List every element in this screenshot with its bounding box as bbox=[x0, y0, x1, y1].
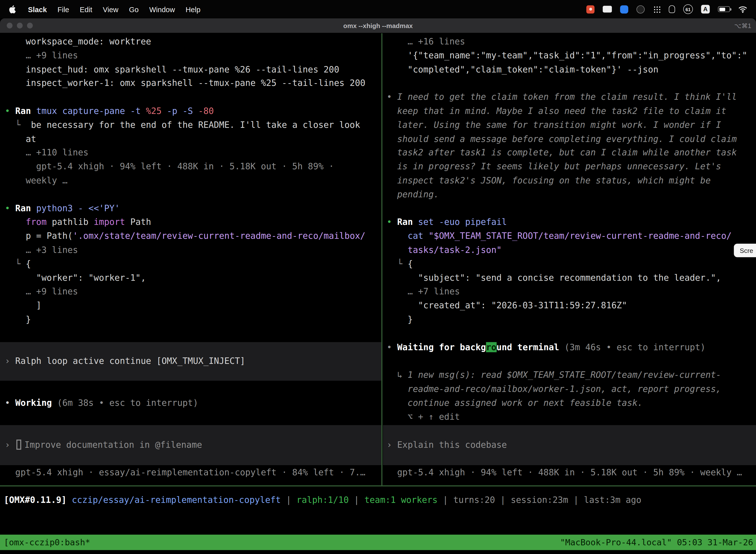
text-segment: -p -S bbox=[162, 106, 198, 116]
battery-icon[interactable] bbox=[718, 6, 730, 12]
close-button[interactable] bbox=[7, 22, 12, 28]
text-segment: last:3m ago bbox=[584, 495, 641, 505]
terminal-line bbox=[387, 327, 756, 340]
text-segment: ⌥ + ↑ edit bbox=[387, 411, 460, 422]
text-segment: • bbox=[5, 203, 15, 213]
text-segment: I need to get the claim token from the c… bbox=[397, 92, 737, 102]
terminal-line: ⌥ + ↑ edit bbox=[387, 410, 756, 424]
text-segment: (6m 38s • esc to interrupt) bbox=[52, 398, 198, 408]
terminal-line: inspect_worker-1: omx sparkshell --tmux-… bbox=[5, 76, 381, 90]
text-segment: • bbox=[5, 398, 15, 408]
text-segment: is in progress? It seems likely but perh… bbox=[387, 161, 721, 171]
text-segment: readme-and-reco/mailbox/worker-1.json, a… bbox=[387, 384, 721, 394]
tmux-pane-left[interactable]: workspace_mode: worktree … +9 lines insp… bbox=[0, 33, 381, 486]
terminal-line: pending. bbox=[387, 188, 756, 202]
screen-capture-overlay[interactable]: Scre bbox=[734, 244, 756, 257]
text-segment: … +9 lines bbox=[5, 286, 78, 296]
text-segment: from bbox=[26, 217, 47, 227]
menu-item-window[interactable]: Window bbox=[144, 5, 180, 13]
terminal-line: at bbox=[5, 132, 381, 146]
terminal-line: } bbox=[5, 313, 381, 327]
zoom-button[interactable] bbox=[27, 22, 33, 28]
menu-item-go[interactable]: Go bbox=[124, 5, 144, 13]
blue-app-icon[interactable] bbox=[620, 5, 628, 13]
text-segment: -80 bbox=[198, 106, 214, 116]
text-segment: pending. bbox=[387, 189, 439, 199]
terminal-line: tasks/task-2.json" bbox=[387, 243, 756, 257]
battery-nub bbox=[730, 8, 732, 11]
text-segment: inspect_hud: omx sparkshell --tmux-pane … bbox=[5, 64, 339, 74]
pane-divider[interactable] bbox=[381, 33, 382, 486]
menu-item-help[interactable]: Help bbox=[180, 5, 206, 13]
terminal-line: } bbox=[387, 313, 756, 327]
terminal-line: • I need to get the claim token from the… bbox=[387, 90, 756, 104]
text-segment: ] bbox=[5, 300, 41, 310]
keyboard-icon[interactable] bbox=[603, 6, 612, 12]
text-segment: inspect task2's JSON, focusing on the st… bbox=[387, 175, 711, 185]
terminal-line: … +9 lines bbox=[5, 285, 381, 299]
terminal-line: … +7 lines bbox=[387, 285, 756, 299]
battery-fill bbox=[719, 7, 725, 11]
text-segment: • bbox=[5, 106, 15, 116]
text-segment: { bbox=[407, 258, 413, 269]
text-segment: | bbox=[281, 495, 296, 505]
text-segment bbox=[5, 217, 25, 227]
text-segment: └ bbox=[387, 258, 407, 269]
wifi-icon[interactable] bbox=[738, 5, 747, 13]
text-segment: › bbox=[5, 356, 15, 366]
text-segment: '{"team_name":"my-team","task_id":"1","f… bbox=[387, 50, 747, 60]
terminal-line: … +3 lines bbox=[5, 243, 381, 257]
text-segment: Explain this codebase bbox=[397, 440, 507, 450]
working-status: • Working (6m 38s • esc to interrupt) bbox=[0, 396, 381, 410]
text-segment bbox=[387, 231, 407, 241]
terminal-line: • Waiting for background terminal (3m 46… bbox=[387, 340, 756, 354]
menu-app-name[interactable]: Slack bbox=[22, 5, 52, 13]
terminal-line: "created_at": "2026-03-31T11:59:27.816Z" bbox=[387, 299, 756, 313]
text-segment: | bbox=[495, 495, 511, 505]
minimize-button[interactable] bbox=[17, 22, 22, 28]
battery-percent-ring[interactable]: 61 bbox=[683, 4, 693, 14]
text-segment: └ bbox=[5, 120, 31, 130]
text-segment: set -euo pipefail bbox=[418, 217, 507, 227]
apple-menu-icon[interactable] bbox=[6, 5, 22, 13]
tmux-pane-right[interactable]: … +16 lines '{"team_name":"my-team","tas… bbox=[383, 33, 756, 486]
app-grid-icon[interactable] bbox=[653, 5, 660, 13]
text-segment: "$OMX_TEAM_STATE_ROOT/team/review-curren… bbox=[429, 231, 732, 241]
menu-item-edit[interactable]: Edit bbox=[74, 5, 98, 13]
terminal-line: p = Path('.omx/state/team/review-current… bbox=[5, 229, 381, 243]
pane-bottom-border bbox=[0, 486, 756, 487]
ollama-icon[interactable] bbox=[669, 5, 675, 13]
ralph-loop-banner: › Ralph loop active continue [OMX_TMUX_I… bbox=[0, 342, 381, 381]
right-scrollback: … +16 lines '{"team_name":"my-team","tas… bbox=[383, 35, 756, 424]
text-segment: Improve documentation in @filename bbox=[24, 440, 202, 450]
left-composer-input[interactable]: › Improve documentation in @filename bbox=[0, 425, 381, 465]
input-source-icon[interactable]: A bbox=[701, 5, 710, 13]
text-segment: tasks/task-2.json" bbox=[407, 245, 502, 255]
text-segment: inspect_worker-1: omx sparkshell --tmux-… bbox=[5, 78, 365, 88]
text-segment: und terminal bbox=[497, 342, 565, 352]
menu-item-file[interactable]: File bbox=[52, 5, 74, 13]
text-segment: | bbox=[349, 495, 364, 505]
input-source-letter: A bbox=[703, 6, 708, 12]
terminal-line: └ { bbox=[5, 257, 381, 271]
terminal-line bbox=[387, 202, 756, 215]
dark-app-icon[interactable] bbox=[636, 5, 645, 13]
text-segment: … +9 lines bbox=[5, 50, 78, 60]
screen-recording-indicator-icon[interactable] bbox=[586, 5, 594, 13]
terminal-content: workspace_mode: worktree … +9 lines insp… bbox=[0, 33, 756, 554]
menu-left: Slack File Edit View Go Window Help bbox=[6, 5, 206, 13]
tmux-status-bar: [omx-cczip0:bash* "MacBook-Pro-44.local"… bbox=[0, 535, 756, 550]
text-segment: "subject": "send a concise recommendatio… bbox=[387, 272, 721, 282]
menu-item-view[interactable]: View bbox=[98, 5, 124, 13]
terminal-line: task2 after task1 is complete, but can I… bbox=[387, 146, 756, 160]
text-segment: "created_at": "2026-03-31T11:59:27.816Z" bbox=[387, 300, 627, 310]
text-segment: '.omx/state/team/review-current-readme-a… bbox=[73, 231, 365, 241]
text-segment: 1 new msg(s): read $OMX_TEAM_STATE_ROOT/… bbox=[407, 370, 721, 380]
text-segment: Ran bbox=[15, 203, 36, 213]
title-bar[interactable]: omx --xhigh --madmax ⌥⌘1 bbox=[0, 18, 756, 33]
right-composer-input[interactable]: › Explain this codebase bbox=[383, 425, 756, 465]
text-segment: (3m 46s • esc to interrupt) bbox=[564, 342, 705, 352]
terminal-line: › Improve documentation in @filename bbox=[5, 438, 381, 452]
terminal-line: inspect task2's JSON, focusing on the st… bbox=[387, 174, 756, 188]
terminal-line: gpt-5.4 xhigh · 94% left · 488K in · 5.1… bbox=[387, 466, 756, 480]
